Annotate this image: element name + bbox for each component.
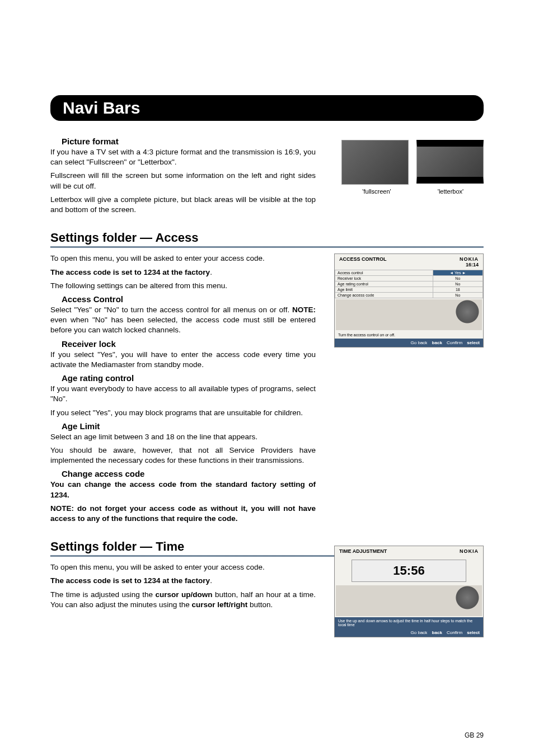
heading-settings-access: Settings folder — Access <box>50 231 484 245</box>
time-value: 15:56 <box>352 560 466 582</box>
access-menu-table: Access control◄ Yes ► Receiver lockNo Ag… <box>335 270 483 298</box>
screenshot-access-control: ACCESS CONTROL NOKIA 16:14 Access contro… <box>334 253 484 348</box>
image-letterbox-sample <box>416 140 484 184</box>
pf-p2: Fullscreen will fill the screen but some… <box>50 171 316 191</box>
access-intro3: The following settings can be altered fr… <box>50 281 316 291</box>
caption-fullscreen: 'fullscreen' <box>344 188 410 195</box>
caption-letterbox: 'letterbox' <box>418 188 484 195</box>
change-code-p2: NOTE: do not forget your access code as … <box>50 504 316 524</box>
change-code-p1: You can change the access code from the … <box>50 480 316 500</box>
heading-picture-format: Picture format <box>62 137 316 146</box>
receiver-lock-p1: If you select "Yes", you will have to en… <box>50 350 316 370</box>
gear-icon <box>336 585 482 616</box>
heading-age-rating: Age rating control <box>62 373 316 383</box>
page-title: Navi Bars <box>63 98 471 118</box>
access-intro2: The access code is set to 1234 at the fa… <box>50 267 316 278</box>
table-row: Age rating controlNo <box>335 281 483 287</box>
brand-label: NOKIA <box>460 256 479 262</box>
heading-receiver-lock: Receiver lock <box>62 339 316 349</box>
heading-age-limit: Age Limit <box>62 421 316 431</box>
age-limit-p2: You should be aware, however, that not a… <box>50 445 316 466</box>
page-number: GB 29 <box>465 731 484 739</box>
time-intro2: The access code is set to 1234 at the fa… <box>50 576 316 586</box>
table-row: Receiver lockNo <box>335 276 483 281</box>
screen-title: TIME ADJUSTMENT <box>339 548 387 554</box>
time-p1: The time is adjusted using the cursor up… <box>50 590 316 610</box>
table-row: Change access codeNo <box>335 293 483 298</box>
screen-clock: 16:14 <box>466 262 479 267</box>
image-fullscreen-sample <box>341 140 409 185</box>
screen-hint: Use the up and down arrows to adjust the… <box>335 617 483 628</box>
access-intro1: To open this menu, you will be asked to … <box>50 253 316 264</box>
screen-footer: Go back back Confirm select <box>335 339 483 347</box>
divider <box>50 246 484 248</box>
heading-change-code: Change access code <box>62 469 316 478</box>
screen-title: ACCESS CONTROL <box>339 256 387 267</box>
pf-p1: If you have a TV set with a 4:3 picture … <box>50 147 316 167</box>
screen-footer: Go back back Confirm select <box>335 628 483 637</box>
table-row: Age limit18 <box>335 287 483 293</box>
age-rating-p1: If you want everybody to have access to … <box>50 384 316 404</box>
access-control-p1: Select "Yes" or "No" to turn the access … <box>50 305 316 336</box>
time-intro1: To open this menu, you will be asked to … <box>50 562 316 572</box>
gear-icon <box>336 299 482 330</box>
age-rating-p2: If you select "Yes", you may block progr… <box>50 408 316 418</box>
table-row: Access control◄ Yes ► <box>335 270 483 276</box>
age-limit-p1: Select an age limit between 3 and 18 on … <box>50 432 316 442</box>
brand-label: NOKIA <box>460 548 479 554</box>
page-title-bar: Navi Bars <box>50 95 484 121</box>
heading-access-control: Access Control <box>62 294 316 304</box>
pf-p3: Letterbox will give a complete picture, … <box>50 195 316 215</box>
screenshot-time-adjustment: TIME ADJUSTMENT NOKIA 15:56 Use the up a… <box>334 546 484 637</box>
screen-hint: Turn the access control on or off. <box>335 331 483 339</box>
